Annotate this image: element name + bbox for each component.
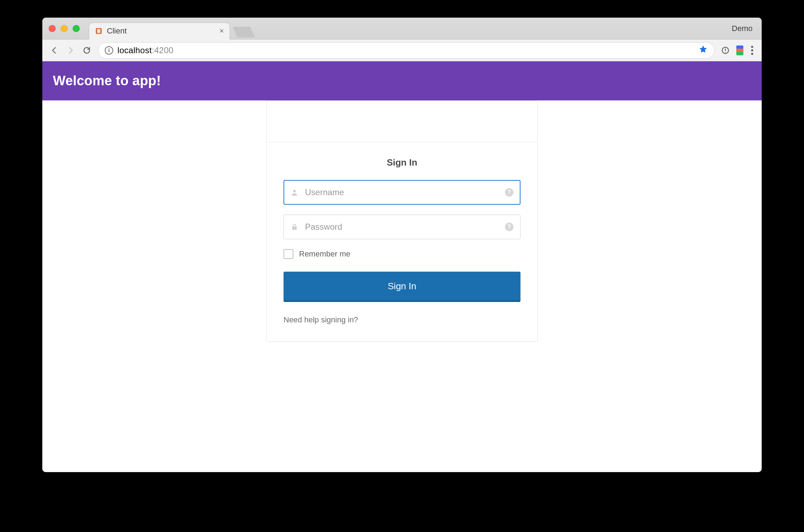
tab-close-icon[interactable]: × <box>219 27 224 35</box>
page-content: Welcome to app! Sign In ? <box>42 61 762 472</box>
address-bar[interactable]: i localhost:4200 <box>98 42 714 58</box>
reload-button[interactable] <box>82 45 92 55</box>
window-controls <box>49 25 80 32</box>
window-maximize-button[interactable] <box>73 25 80 32</box>
browser-menu-icon[interactable] <box>750 46 755 55</box>
browser-toolbar: i localhost:4200 <box>42 39 762 61</box>
bookmark-star-icon[interactable] <box>699 45 708 56</box>
remember-me-label: Remember me <box>299 249 350 259</box>
remember-me[interactable]: Remember me <box>284 249 520 259</box>
new-tab-button[interactable] <box>232 27 255 37</box>
app-banner: Welcome to app! <box>42 61 762 100</box>
signin-heading: Sign In <box>284 157 520 168</box>
window-close-button[interactable] <box>49 25 56 32</box>
user-icon <box>291 188 298 196</box>
tab-title: Client <box>107 26 127 36</box>
window-minimize-button[interactable] <box>61 25 68 32</box>
help-signing-in-link[interactable]: Need help signing in? <box>284 315 358 324</box>
svg-point-5 <box>293 190 296 192</box>
password-help-icon[interactable]: ? <box>505 223 513 231</box>
username-help-icon[interactable]: ? <box>505 188 513 197</box>
username-input[interactable] <box>284 180 520 205</box>
site-info-icon[interactable]: i <box>105 46 113 55</box>
forward-button[interactable] <box>66 45 75 55</box>
alert-info-icon[interactable] <box>721 46 730 55</box>
back-button[interactable] <box>49 45 59 55</box>
lock-icon <box>291 223 298 231</box>
svg-point-4 <box>725 51 726 52</box>
browser-window: Client × Demo i localhost:4200 <box>42 18 762 472</box>
svg-rect-1 <box>97 29 100 33</box>
banner-title: Welcome to app! <box>53 73 751 88</box>
browser-tabstrip: Client × Demo <box>42 18 762 39</box>
tab-favicon-icon <box>95 27 103 35</box>
remember-me-checkbox[interactable] <box>284 249 293 259</box>
signin-card: Sign In ? <box>266 100 538 342</box>
window-label: Demo <box>732 24 755 33</box>
browser-tab[interactable]: Client × <box>89 23 230 39</box>
signin-button[interactable]: Sign In <box>284 272 520 302</box>
extension-icon[interactable] <box>736 45 743 55</box>
password-input[interactable] <box>284 215 520 239</box>
username-field: ? <box>284 180 520 205</box>
url-port: :4200 <box>152 45 173 55</box>
svg-rect-6 <box>292 227 297 230</box>
signin-logo-area <box>267 101 537 142</box>
url-host: localhost <box>117 45 152 55</box>
password-field: ? <box>284 215 520 239</box>
url-text: localhost:4200 <box>117 45 173 55</box>
